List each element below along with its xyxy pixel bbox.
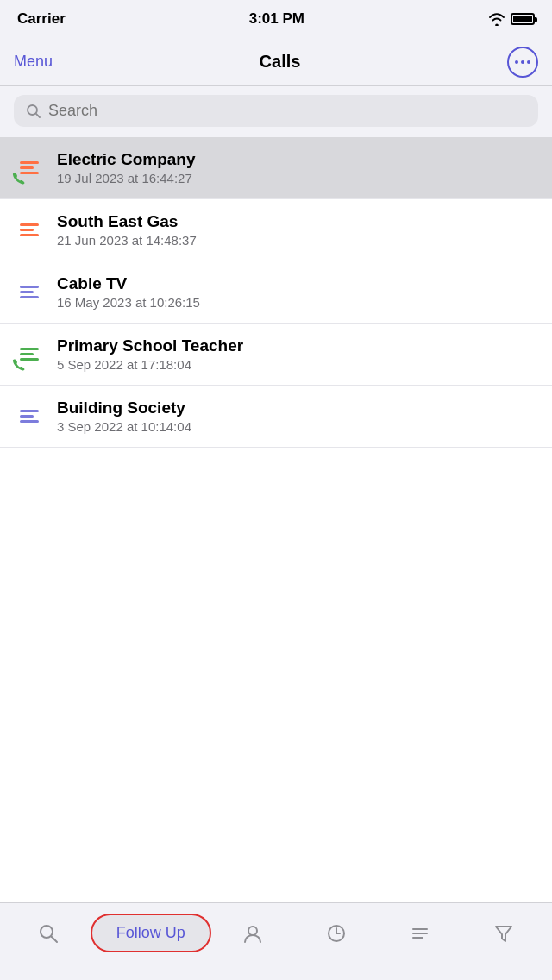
contact-item[interactable]: Building Society 3 Sep 2022 at 10:14:04 <box>0 386 552 448</box>
menu-lines-icon <box>20 410 39 423</box>
follow-up-button[interactable]: Follow Up <box>91 914 211 952</box>
contact-item[interactable]: Electric Company 19 Jul 2023 at 16:44:27 <box>0 137 552 199</box>
contact-info: Electric Company 19 Jul 2023 at 16:44:27 <box>57 150 538 185</box>
svg-line-1 <box>36 113 40 116</box>
contact-info: Cable TV 16 May 2023 at 10:26:15 <box>57 274 538 310</box>
contact-tab-icon <box>242 922 264 945</box>
contact-date: 19 Jul 2023 at 16:44:27 <box>57 171 538 185</box>
contact-info: South East Gas 21 Jun 2023 at 14:48:37 <box>57 212 538 248</box>
contact-icon-teacher <box>14 339 45 370</box>
contact-icon-cable <box>14 277 45 308</box>
search-input[interactable] <box>48 102 526 120</box>
more-dots-icon <box>515 60 530 64</box>
contact-name: Cable TV <box>57 274 538 293</box>
nav-bar: Menu Calls <box>0 38 552 86</box>
contact-icon-building <box>14 401 45 432</box>
contact-name: South East Gas <box>57 212 538 231</box>
contact-item[interactable]: South East Gas 21 Jun 2023 at 14:48:37 <box>0 199 552 261</box>
contact-item[interactable]: Cable TV 16 May 2023 at 10:26:15 <box>0 261 552 324</box>
svg-marker-9 <box>496 927 511 941</box>
status-bar: Carrier 3:01 PM <box>0 0 552 38</box>
wifi-icon <box>488 13 505 26</box>
phone-icon <box>12 172 26 185</box>
status-icons <box>488 13 535 26</box>
tab-notes[interactable] <box>378 908 461 959</box>
tab-filter[interactable] <box>461 908 545 959</box>
search-tab-icon <box>37 922 60 945</box>
notes-tab-icon <box>409 922 431 945</box>
contact-info: Primary School Teacher 5 Sep 2022 at 17:… <box>57 336 538 372</box>
contact-date: 16 May 2023 at 10:26:15 <box>57 295 538 310</box>
search-container <box>0 86 552 137</box>
contact-name: Primary School Teacher <box>57 336 538 355</box>
page-title: Calls <box>260 52 301 72</box>
history-tab-icon <box>325 922 348 945</box>
carrier-label: Carrier <box>17 10 66 28</box>
search-wrapper <box>14 95 538 127</box>
contact-icon-electric <box>14 153 45 184</box>
contact-item[interactable]: Primary School Teacher 5 Sep 2022 at 17:… <box>0 324 552 386</box>
more-options-button[interactable] <box>507 47 538 78</box>
contact-info: Building Society 3 Sep 2022 at 10:14:04 <box>57 399 538 434</box>
contact-date: 21 Jun 2023 at 14:48:37 <box>57 233 538 248</box>
contact-date: 5 Sep 2022 at 17:18:04 <box>57 357 538 372</box>
battery-icon <box>511 13 535 25</box>
menu-lines-icon <box>20 223 39 236</box>
contact-date: 3 Sep 2022 at 10:14:04 <box>57 419 538 434</box>
contact-name: Building Society <box>57 399 538 418</box>
contact-icon-gas <box>14 215 45 246</box>
tab-contact[interactable] <box>211 908 295 959</box>
phone-icon <box>12 358 26 372</box>
contact-name: Electric Company <box>57 150 538 169</box>
tab-bar: Follow Up <box>0 902 552 980</box>
contact-list: Electric Company 19 Jul 2023 at 16:44:27… <box>0 137 552 448</box>
menu-lines-icon <box>20 286 39 298</box>
svg-line-3 <box>52 936 58 942</box>
menu-button[interactable]: Menu <box>14 53 53 71</box>
filter-tab-icon <box>492 922 515 945</box>
tab-search[interactable] <box>7 908 91 959</box>
search-icon <box>26 104 41 119</box>
tab-history[interactable] <box>295 908 379 959</box>
svg-point-4 <box>248 927 257 935</box>
time-label: 3:01 PM <box>249 10 304 28</box>
